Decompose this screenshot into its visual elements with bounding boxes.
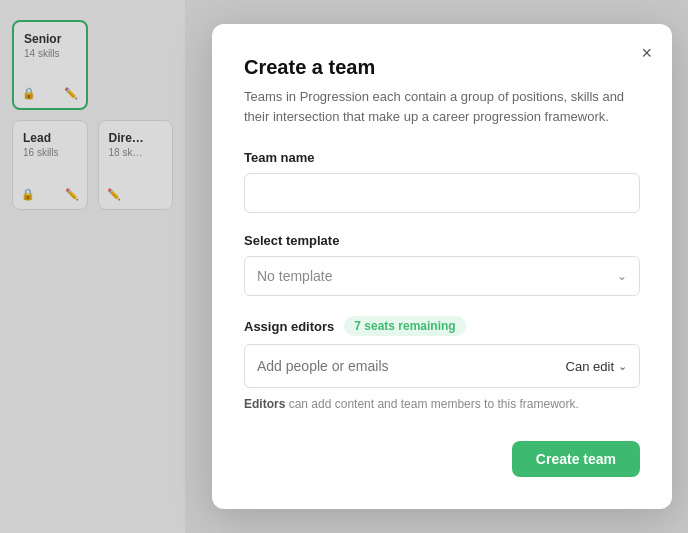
- assign-editors-group: Assign editors 7 seats remaining Can edi…: [244, 316, 640, 413]
- template-select[interactable]: No template ⌄: [244, 256, 640, 296]
- modal-overlay: × Create a team Teams in Progression eac…: [0, 0, 688, 533]
- team-name-label: Team name: [244, 150, 640, 165]
- modal-footer: Create team: [244, 441, 640, 477]
- can-edit-label: Can edit: [566, 359, 614, 374]
- select-template-group: Select template No template ⌄: [244, 233, 640, 296]
- template-selected-value: No template: [257, 268, 332, 284]
- select-template-label: Select template: [244, 233, 640, 248]
- editors-note-strong: Editors: [244, 397, 285, 411]
- modal-description: Teams in Progression each contain a grou…: [244, 87, 640, 126]
- template-select-wrapper: No template ⌄: [244, 256, 640, 296]
- create-team-button[interactable]: Create team: [512, 441, 640, 477]
- assign-editors-header: Assign editors 7 seats remaining: [244, 316, 640, 336]
- team-name-group: Team name: [244, 150, 640, 213]
- editors-note: Editors can add content and team members…: [244, 396, 640, 413]
- can-edit-chevron-icon: ⌄: [618, 360, 627, 373]
- modal-title: Create a team: [244, 56, 640, 79]
- editors-note-rest: can add content and team members to this…: [285, 397, 578, 411]
- people-input-row[interactable]: Can edit ⌄: [244, 344, 640, 388]
- chevron-down-icon: ⌄: [617, 269, 627, 283]
- seats-badge: 7 seats remaining: [344, 316, 465, 336]
- people-email-input[interactable]: [257, 358, 566, 374]
- close-button[interactable]: ×: [637, 40, 656, 66]
- modal: × Create a team Teams in Progression eac…: [212, 24, 672, 509]
- can-edit-button[interactable]: Can edit ⌄: [566, 359, 627, 374]
- page-wrapper: Senior 14 skills 🔒 ✏️ Lead 16 skills 🔒 ✏…: [0, 0, 688, 533]
- team-name-input[interactable]: [244, 173, 640, 213]
- assign-editors-label: Assign editors: [244, 319, 334, 334]
